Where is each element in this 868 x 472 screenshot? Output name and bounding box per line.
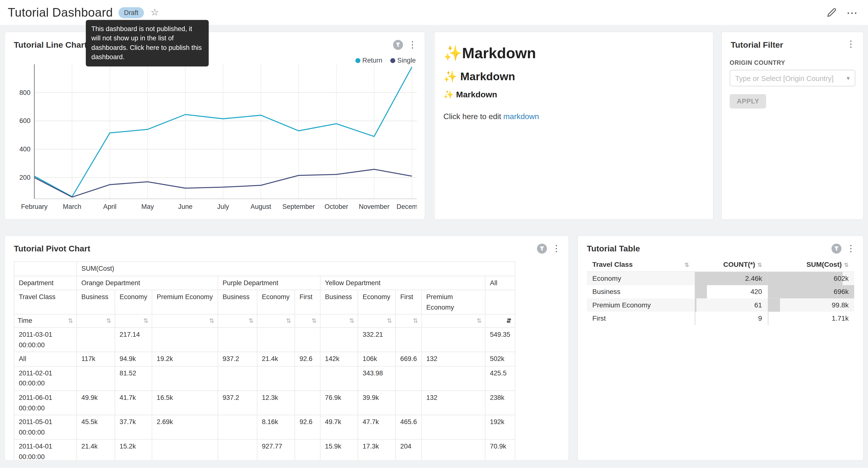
x-axis-label: August (251, 203, 271, 210)
pivot-cell (320, 327, 358, 352)
pivot-sort-cell[interactable]: ⇅ (320, 315, 358, 327)
sort-icon[interactable]: ⇅ (209, 318, 214, 324)
filter-field-label: ORIGIN COUNTRY (730, 59, 855, 66)
pivot-row: 2011-04-01 00:00:0021.4k15.2k927.7715.9k… (14, 440, 515, 461)
cross-filter-icon[interactable] (537, 243, 547, 254)
table-row: Business420696k (587, 285, 854, 298)
sort-icon[interactable]: ⇅ (68, 316, 73, 326)
col-header-count[interactable]: COUNT(*)⇅ (695, 258, 768, 271)
cross-filter-icon[interactable] (393, 40, 403, 50)
x-axis-label: October (324, 203, 348, 210)
pivot-sort-cell[interactable]: ⇅ (396, 315, 422, 327)
edit-icon[interactable] (827, 8, 836, 17)
sort-icon[interactable]: ⇅ (349, 318, 354, 324)
x-axis-label: April (103, 203, 116, 210)
pivot-cell: 17.3k (358, 440, 396, 461)
pivot-col-group: Purple Department (218, 276, 320, 290)
pivot-col-group: Yellow Department (320, 276, 485, 290)
status-badge[interactable]: Draft (118, 7, 144, 18)
sort-icon[interactable]: ⇅ (106, 318, 111, 324)
pivot-cell: 49.7k (320, 415, 358, 440)
sort-icon[interactable]: ⇅ (757, 262, 762, 268)
sort-icon[interactable]: ⇅ (286, 318, 291, 324)
pivot-cell: 502k (485, 352, 515, 366)
y-axis-tick: 600 (19, 117, 30, 124)
pivot-cell: 47.7k (358, 415, 396, 440)
pivot-corner-cell (14, 262, 77, 276)
sort-icon[interactable]: ⇵ (506, 318, 512, 324)
pivot-cell (396, 327, 422, 352)
cell-count: 9 (695, 312, 768, 325)
pivot-sort-cell[interactable]: ⇅ (152, 315, 218, 327)
pivot-cell (320, 366, 358, 390)
apply-button[interactable]: APPLY (730, 94, 766, 109)
value-bar (768, 298, 780, 311)
pivot-table: SUM(Cost)DepartmentOrange DepartmentPurp… (14, 261, 516, 461)
chart-menu-icon[interactable]: ⋮ (846, 244, 855, 253)
pivot-sort-cell[interactable]: ⇵ (485, 315, 515, 327)
publish-tooltip[interactable]: This dashboard is not published, it will… (86, 20, 209, 66)
sort-icon[interactable]: ⇅ (311, 318, 317, 324)
pivot-cell: 16.5k (152, 390, 218, 415)
pivot-cell: 15.9k (320, 440, 358, 461)
pivot-cell (218, 415, 257, 440)
chart-menu-icon[interactable]: ⋮ (846, 40, 855, 49)
sort-icon[interactable]: ⇅ (476, 318, 482, 324)
pivot-sort-cell[interactable]: ⇅ (295, 315, 320, 327)
pivot-chart-title: Tutorial Pivot Chart (14, 243, 90, 253)
favorite-star-icon[interactable]: ☆ (151, 7, 159, 18)
more-actions-icon[interactable]: ⋯ (846, 6, 858, 19)
pivot-cell: 94.9k (115, 352, 152, 366)
col-header-travel-class[interactable]: Travel Class⇅ (587, 258, 695, 271)
markdown-link[interactable]: markdown (503, 112, 539, 121)
origin-country-select[interactable]: Type or Select [Origin Country] ▾ (730, 70, 855, 86)
pivot-col-header: First (396, 290, 422, 315)
pivot-row-header: 2011-02-01 00:00:00 (14, 366, 77, 390)
markdown-card: ✨Markdown ✨ Markdown ✨ Markdown Click he… (434, 32, 713, 220)
pivot-sort-cell[interactable]: ⇅ (77, 315, 115, 327)
sort-icon[interactable]: ⇅ (143, 318, 148, 324)
pivot-cell (257, 327, 295, 352)
cross-filter-icon[interactable] (832, 243, 842, 254)
pivot-cell: 192k (485, 415, 515, 440)
pivot-cell: 21.4k (77, 440, 115, 461)
pivot-sort-cell[interactable]: ⇅ (218, 315, 257, 327)
pivot-row-header: All (14, 352, 77, 366)
pivot-row-dim[interactable]: Time⇅ (14, 315, 77, 327)
chart-menu-icon[interactable]: ⋮ (408, 40, 417, 49)
pivot-metric-label: SUM(Cost) (77, 262, 515, 276)
pivot-row: All117k94.9k19.2k937.221.4k92.6142k106k6… (14, 352, 515, 366)
pivot-sort-cell[interactable]: ⇅ (422, 315, 485, 327)
cell-count: 61 (695, 298, 768, 311)
pivot-dim-label: Department (14, 276, 77, 290)
cell-sum: 602k (768, 272, 854, 285)
sort-icon[interactable]: ⇅ (844, 262, 849, 268)
pivot-sort-cell[interactable]: ⇅ (358, 315, 396, 327)
cell-sum: 1.71k (768, 312, 854, 325)
page-title: Tutorial Dashboard (8, 5, 113, 20)
pivot-row-header: 2011-06-01 00:00:00 (14, 390, 77, 415)
pivot-cell: 15.2k (115, 440, 152, 461)
col-header-sum[interactable]: SUM(Cost)⇅ (768, 258, 854, 271)
pivot-cell: 465.6 (396, 415, 422, 440)
table-card: Tutorial Table ⋮ Travel Class⇅COUNT(*)⇅S… (577, 235, 864, 461)
pivot-sort-row: Time⇅⇅⇅⇅⇅⇅⇅⇅⇅⇅⇅⇵ (14, 315, 515, 327)
line-chart-card: Tutorial Line Chart ⋮ ReturnSingle 20040… (4, 32, 425, 220)
pivot-cell: 927.77 (257, 440, 295, 461)
sort-icon[interactable]: ⇅ (387, 318, 392, 324)
table-title: Tutorial Table (587, 243, 640, 253)
chart-menu-icon[interactable]: ⋮ (552, 244, 561, 253)
markdown-h2: ✨ Markdown (443, 70, 704, 83)
pivot-row-header: 2011-03-01 00:00:00 (14, 327, 77, 352)
pivot-sort-cell[interactable]: ⇅ (115, 315, 152, 327)
sort-icon[interactable]: ⇅ (248, 318, 253, 324)
sort-icon[interactable]: ⇅ (413, 318, 418, 324)
pivot-col-header: Business (320, 290, 358, 315)
pivot-sort-cell[interactable]: ⇅ (257, 315, 295, 327)
pivot-cell (218, 366, 257, 390)
table-header-row: Travel Class⇅COUNT(*)⇅SUM(Cost)⇅ (587, 258, 854, 271)
chevron-down-icon: ▾ (847, 75, 850, 82)
pivot-cell: 937.2 (218, 352, 257, 366)
sort-icon[interactable]: ⇅ (685, 262, 689, 268)
cell-travel-class: First (587, 312, 695, 325)
